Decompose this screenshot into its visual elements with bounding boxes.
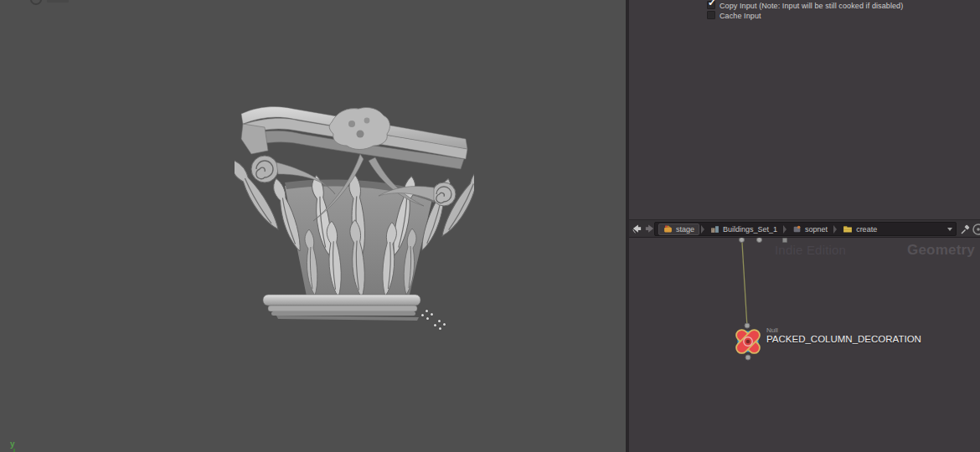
breadcrumb-separator-icon xyxy=(833,225,837,234)
axis-y-label: y xyxy=(10,439,15,449)
viewport-cursor-dot xyxy=(426,310,428,312)
node-name-label: PACKED_COLUMN_DECORATION xyxy=(766,334,921,345)
indie-edition-watermark: Indie Edition xyxy=(775,243,846,257)
radial-menu-icon[interactable] xyxy=(972,223,980,236)
geometry-pane-watermark: Geometry xyxy=(907,242,975,259)
pin-icon[interactable] xyxy=(961,224,971,234)
node-type-label: Null xyxy=(766,326,921,334)
network-path-bar: stage Buildings_Set_1 sopnet xyxy=(629,219,980,238)
checkmark-icon: ✓ xyxy=(708,0,716,8)
breadcrumb-sopnet[interactable]: sopnet xyxy=(788,223,832,235)
buildings-icon xyxy=(710,224,720,234)
viewport-cursor-dot xyxy=(434,324,436,326)
breadcrumb-buildings-set-1[interactable]: Buildings_Set_1 xyxy=(706,223,781,235)
viewport-menu-icon-partial xyxy=(30,0,42,5)
app-window: y ✓ Copy Input (Note: Input will be stil… xyxy=(0,0,980,452)
copy-input-checkbox[interactable]: ✓ xyxy=(707,1,715,9)
breadcrumb-create[interactable]: create xyxy=(838,223,881,235)
column-capital-model[interactable] xyxy=(235,102,474,326)
node-labels: Null PACKED_COLUMN_DECORATION xyxy=(766,326,921,345)
breadcrumb-separator-icon xyxy=(701,225,704,234)
subnet-input-connector-1[interactable] xyxy=(739,238,745,243)
viewport-cursor-dot xyxy=(439,327,441,330)
viewport-menu-text-partial xyxy=(47,0,69,3)
sopnet-icon xyxy=(792,224,802,234)
cache-input-checkbox[interactable] xyxy=(707,11,715,19)
viewport-cursor-dot xyxy=(426,317,429,320)
param-row-copy-input: ✓ Copy Input (Note: Input will be still … xyxy=(629,1,980,10)
breadcrumb-separator-icon xyxy=(783,225,787,234)
network-editor[interactable]: Indie Edition Geometry Null PACKED xyxy=(629,238,980,452)
viewport-cursor-dot xyxy=(438,320,441,322)
viewport-3d[interactable]: y xyxy=(0,0,626,452)
parameter-panel: ✓ Copy Input (Note: Input will be still … xyxy=(629,0,980,219)
param-row-cache-input: Cache Input xyxy=(629,11,980,20)
null-node-icon[interactable] xyxy=(730,320,766,363)
viewport-cursor-dot xyxy=(443,323,446,326)
cache-input-label[interactable]: Cache Input xyxy=(720,12,761,20)
path-dropdown-icon[interactable] xyxy=(947,228,952,231)
viewport-cursor-dot xyxy=(421,314,424,316)
copy-input-label[interactable]: Copy Input (Note: Input will be still co… xyxy=(720,2,903,10)
subnet-input-connector-2[interactable] xyxy=(756,238,762,243)
breadcrumb[interactable]: stage Buildings_Set_1 sopnet xyxy=(654,222,957,236)
back-icon[interactable] xyxy=(632,223,642,234)
node-null[interactable]: Null PACKED_COLUMN_DECORATION xyxy=(730,320,947,363)
folder-icon xyxy=(843,224,853,234)
axis-y-line xyxy=(13,449,15,452)
viewport-cursor-dot xyxy=(431,313,433,316)
stage-icon xyxy=(663,224,673,234)
subnet-input-connector-3[interactable] xyxy=(782,238,787,243)
breadcrumb-stage[interactable]: stage xyxy=(658,223,699,235)
